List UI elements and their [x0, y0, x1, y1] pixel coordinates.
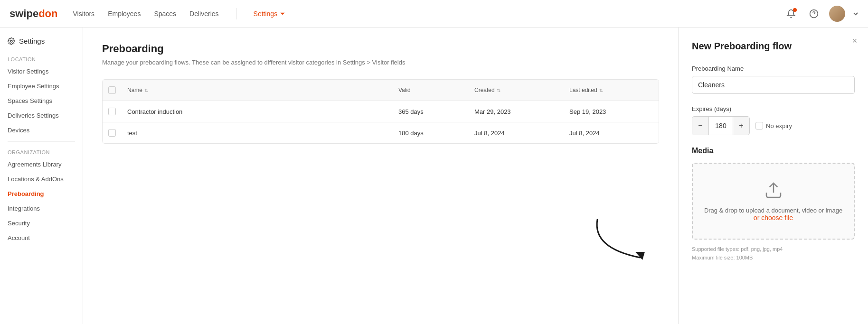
- row2-name[interactable]: test: [122, 122, 393, 143]
- avatar-chevron-icon[interactable]: [853, 11, 859, 17]
- expires-row: − 180 + No expiry: [692, 116, 855, 135]
- col-name-header[interactable]: Name ⇅: [122, 80, 393, 101]
- sidebar-item-preboarding[interactable]: Preboarding: [0, 186, 83, 201]
- row1-checkbox[interactable]: [108, 108, 116, 115]
- avatar[interactable]: [829, 6, 845, 22]
- table-header-row: Name ⇅ Valid Created ⇅ Last edited ⇅: [103, 80, 659, 101]
- panel-close-button[interactable]: ×: [849, 35, 860, 46]
- stepper-value: 180: [708, 117, 733, 135]
- sidebar-item-devices[interactable]: Devices: [0, 123, 83, 138]
- logo[interactable]: swipedon: [9, 8, 57, 20]
- row2-last-edited: Jul 8, 2024: [564, 122, 659, 143]
- sidebar-divider: [8, 141, 75, 142]
- sidebar-item-integrations[interactable]: Integrations: [0, 201, 83, 216]
- row1-created: Mar 29, 2023: [469, 101, 564, 122]
- dropzone-main-text: Drag & drop to upload a document, video …: [704, 207, 842, 214]
- logo-don: don: [38, 8, 57, 19]
- sort-created-icon: ⇅: [497, 88, 500, 93]
- choose-file-link[interactable]: or choose file: [754, 214, 793, 222]
- nav-right: [783, 6, 859, 22]
- preboarding-name-input[interactable]: [692, 76, 855, 94]
- sidebar-item-agreements-library[interactable]: Agreements Library: [0, 157, 83, 172]
- col-name-label: Name: [127, 87, 142, 93]
- expires-group: Expires (days) − 180 + No expiry: [692, 105, 855, 135]
- media-title: Media: [692, 147, 855, 155]
- sidebar-item-deliveries-settings[interactable]: Deliveries Settings: [0, 108, 83, 123]
- logo-swipe: swipe: [9, 8, 38, 19]
- sidebar-header: Settings: [0, 37, 83, 53]
- nav-links: Visitors Employees Spaces Deliveries Set…: [73, 8, 783, 19]
- media-supported-types: Supported file types: pdf, png, jpg, mp4…: [692, 245, 855, 262]
- sidebar-item-visitor-settings[interactable]: Visitor Settings: [0, 64, 83, 79]
- row1-last-edited: Sep 19, 2023: [564, 101, 659, 122]
- svg-point-2: [10, 40, 12, 42]
- nav-settings-label: Settings: [254, 10, 278, 18]
- upload-icon: [764, 181, 783, 201]
- main-content: Preboarding Manage your preboarding flow…: [83, 28, 678, 324]
- nav-employees[interactable]: Employees: [108, 10, 141, 18]
- col-last-edited-label: Last edited: [569, 87, 597, 93]
- col-valid-label: Valid: [398, 87, 411, 93]
- chevron-down-icon: [279, 10, 286, 17]
- sidebar-item-employee-settings[interactable]: Employee Settings: [0, 79, 83, 93]
- col-last-edited-header[interactable]: Last edited ⇅: [564, 80, 659, 101]
- nav-visitors[interactable]: Visitors: [73, 10, 94, 18]
- nav-divider: [236, 8, 236, 19]
- sidebar-item-account[interactable]: Account: [0, 231, 83, 245]
- sidebar: Settings LOCATION Visitor Settings Emplo…: [0, 28, 83, 324]
- no-expiry-text: No expiry: [766, 122, 792, 130]
- col-checkbox-header: [103, 80, 122, 101]
- sidebar-item-security[interactable]: Security: [0, 216, 83, 231]
- col-valid-header[interactable]: Valid: [393, 80, 469, 101]
- sidebar-item-spaces-settings[interactable]: Spaces Settings: [0, 93, 83, 108]
- table-row: test 180 days Jul 8, 2024 Jul 8, 2024: [103, 122, 659, 143]
- nav-settings[interactable]: Settings: [254, 10, 286, 18]
- row2-checkbox[interactable]: [108, 129, 116, 137]
- page-subtitle: Manage your preboarding flows. These can…: [102, 59, 659, 66]
- right-panel: × New Preboarding flow Preboarding Name …: [678, 28, 868, 324]
- expires-label: Expires (days): [692, 105, 855, 112]
- preboarding-name-label: Preboarding Name: [692, 65, 855, 72]
- row2-created: Jul 8, 2024: [469, 122, 564, 143]
- sidebar-section-location: LOCATION: [0, 53, 83, 64]
- sort-last-edited-icon: ⇅: [599, 88, 603, 93]
- row1-name[interactable]: Contractor induction: [122, 101, 393, 122]
- sidebar-item-locations-addons[interactable]: Locations & AddOns: [0, 172, 83, 186]
- panel-title: New Preboarding flow: [692, 41, 855, 52]
- col-created-header[interactable]: Created ⇅: [469, 80, 564, 101]
- stepper-minus-button[interactable]: −: [692, 117, 708, 135]
- nav-deliveries[interactable]: Deliveries: [189, 10, 218, 18]
- expires-stepper: − 180 +: [692, 116, 750, 135]
- select-all-checkbox[interactable]: [108, 86, 116, 94]
- help-icon[interactable]: [806, 6, 821, 21]
- preboarding-table: Name ⇅ Valid Created ⇅ Last edited ⇅: [102, 79, 659, 144]
- no-expiry-label[interactable]: No expiry: [755, 122, 792, 130]
- media-group: Media Drag & drop to upload a document, …: [692, 147, 855, 262]
- preboarding-name-group: Preboarding Name: [692, 65, 855, 94]
- col-created-label: Created: [474, 87, 495, 93]
- app-layout: Settings LOCATION Visitor Settings Emplo…: [0, 0, 868, 324]
- table-row: Contractor induction 365 days Mar 29, 20…: [103, 101, 659, 122]
- no-expiry-checkbox[interactable]: [755, 122, 763, 130]
- notification-icon[interactable]: [783, 6, 799, 21]
- notification-badge: [793, 8, 797, 12]
- page-title: Preboarding: [102, 43, 659, 55]
- row1-valid: 365 days: [393, 101, 469, 122]
- row2-valid: 180 days: [393, 122, 469, 143]
- stepper-plus-button[interactable]: +: [733, 117, 749, 135]
- row1-checkbox-cell: [103, 101, 122, 122]
- media-dropzone[interactable]: Drag & drop to upload a document, video …: [692, 163, 855, 240]
- nav-spaces[interactable]: Spaces: [154, 10, 176, 18]
- avatar-image: [829, 6, 845, 22]
- sidebar-section-organization: ORGANIZATION: [0, 146, 83, 157]
- sidebar-settings-label: Settings: [19, 37, 45, 45]
- settings-gear-icon: [8, 37, 15, 45]
- top-nav: swipedon Visitors Employees Spaces Deliv…: [0, 0, 868, 28]
- row2-checkbox-cell: [103, 122, 122, 143]
- sort-name-icon: ⇅: [144, 88, 148, 93]
